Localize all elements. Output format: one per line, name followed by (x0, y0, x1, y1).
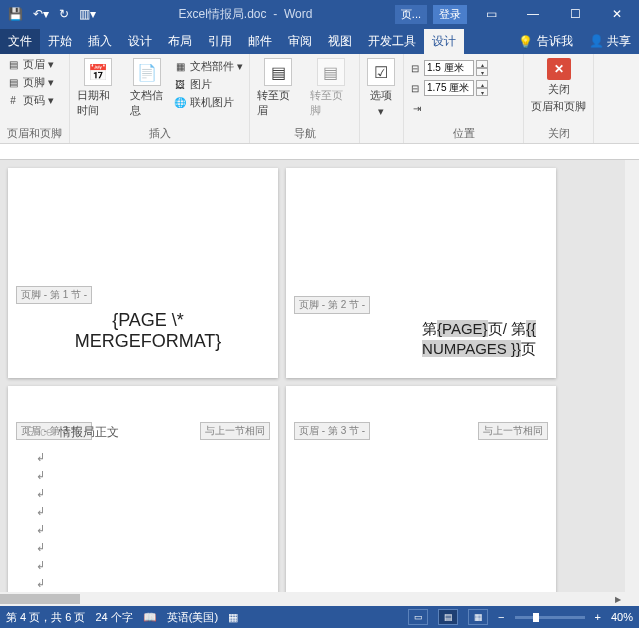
vertical-scrollbar[interactable] (625, 160, 639, 606)
same-as-previous-button[interactable]: 与上一节相同 (478, 422, 548, 440)
pagenum-icon: # (6, 94, 20, 108)
ribbon-display-icon[interactable]: ▭ (473, 0, 509, 28)
tab-design[interactable]: 设计 (120, 29, 160, 54)
group-label: 页眉和页脚 (4, 126, 65, 143)
qat-more-icon[interactable]: ▥▾ (79, 7, 96, 21)
insert-align-tab[interactable]: ⇥ (408, 100, 488, 116)
group-position: ⊟ ▴▾ ⊟ ▴▾ ⇥ 位置 (404, 54, 524, 143)
print-layout-icon[interactable]: ▤ (438, 609, 458, 625)
goto-header-button[interactable]: ▤转至页眉 (254, 56, 303, 120)
pagenum-button[interactable]: #页码 ▾ (4, 92, 56, 109)
document-area[interactable]: 页脚 - 第 1 节 - {PAGE \* MERGEFORMAT} 页脚 - … (0, 160, 639, 606)
slider-thumb[interactable] (533, 613, 539, 622)
picture-button[interactable]: 🖼图片 (171, 76, 245, 93)
footer-field-text[interactable]: {PAGE \* MERGEFORMAT} (38, 310, 258, 352)
group-label: 关闭 (528, 126, 589, 143)
zoom-in-icon[interactable]: + (595, 611, 601, 623)
page-indicator[interactable]: 第 4 页，共 6 页 (6, 610, 85, 625)
scrollbar-thumb[interactable] (0, 594, 80, 604)
tab-icon: ⇥ (410, 101, 424, 115)
horizontal-scrollbar[interactable]: ▶ (0, 592, 625, 606)
page-3[interactable]: 页眉 - 第 3 节 - 与上一节相同 Excel 情报局正文 (8, 386, 278, 606)
header-text[interactable]: Excel 情报局正文 (26, 424, 119, 441)
word-count[interactable]: 24 个字 (95, 610, 132, 625)
close-x-icon: ✕ (547, 58, 571, 80)
group-label: 位置 (408, 126, 519, 143)
minimize-icon[interactable]: — (515, 0, 551, 28)
window-title: Excel情报局.doc - Word (96, 6, 395, 23)
bulb-icon: 💡 (518, 35, 533, 49)
tab-references[interactable]: 引用 (200, 29, 240, 54)
quick-access-toolbar: 💾 ↶▾ ↻ ▥▾ (0, 7, 96, 21)
ribbon-tabs: 文件 开始 插入 设计 布局 引用 邮件 审阅 视图 开发工具 设计 💡告诉我 … (0, 28, 639, 54)
paragraph-marks (36, 448, 45, 592)
header-distance-input[interactable] (424, 60, 474, 76)
footer-from-bottom: ⊟ ▴▾ (408, 80, 488, 96)
maximize-icon[interactable]: ☐ (557, 0, 593, 28)
group-label: 插入 (74, 126, 245, 143)
close-header-footer-button[interactable]: ✕ 关闭 页眉和页脚 (528, 56, 589, 116)
goto-header-icon: ▤ (264, 58, 292, 86)
scroll-right-icon[interactable]: ▶ (611, 592, 625, 606)
footer-button[interactable]: ▤页脚 ▾ (4, 74, 56, 91)
context-tab-indicator[interactable]: 页... (395, 5, 427, 24)
web-layout-icon[interactable]: ▦ (468, 609, 488, 625)
tab-file[interactable]: 文件 (0, 29, 40, 54)
footer-distance-input[interactable] (424, 80, 474, 96)
tab-devtools[interactable]: 开发工具 (360, 29, 424, 54)
quickparts-button[interactable]: ▦文档部件 ▾ (171, 58, 245, 75)
tab-home[interactable]: 开始 (40, 29, 80, 54)
footer-field-text[interactable]: 第{PAGE}页/ 第{{ NUMPAGES }}页 (346, 319, 536, 358)
undo-icon[interactable]: ↶▾ (33, 7, 49, 21)
page-2[interactable]: 页脚 - 第 2 节 - 第{PAGE}页/ 第{{ NUMPAGES }}页 (286, 168, 556, 378)
spin-down[interactable]: ▾ (476, 68, 488, 76)
read-mode-icon[interactable]: ▭ (408, 609, 428, 625)
page-1[interactable]: 页脚 - 第 1 节 - {PAGE \* MERGEFORMAT} (8, 168, 278, 378)
spin-down[interactable]: ▾ (476, 88, 488, 96)
group-navigation: ▤转至页眉 ▤转至页脚 导航 (250, 54, 360, 143)
tab-layout[interactable]: 布局 (160, 29, 200, 54)
title-bar: 💾 ↶▾ ↻ ▥▾ Excel情报局.doc - Word 页... 登录 ▭ … (0, 0, 639, 28)
macro-icon[interactable]: ▦ (228, 611, 238, 624)
docinfo-button[interactable]: 📄文档信息 (127, 56, 167, 120)
spellcheck-icon[interactable]: 📖 (143, 611, 157, 624)
ruler-top-icon: ⊟ (408, 61, 422, 75)
zoom-level[interactable]: 40% (611, 611, 633, 623)
tab-header-footer-design[interactable]: 设计 (424, 29, 464, 54)
horizontal-ruler[interactable] (0, 144, 639, 160)
group-label (364, 141, 399, 143)
same-as-previous-button[interactable]: 与上一节相同 (200, 422, 270, 440)
close-icon[interactable]: ✕ (599, 0, 635, 28)
language-indicator[interactable]: 英语(美国) (167, 610, 218, 625)
goto-footer-icon: ▤ (317, 58, 345, 86)
header-tag: 页眉 - 第 3 节 - (294, 422, 370, 440)
footer-tag: 页脚 - 第 1 节 - (16, 286, 92, 304)
spin-up[interactable]: ▴ (476, 80, 488, 88)
picture-icon: 🖼 (173, 78, 187, 92)
group-insert: 📅日期和时间 📄文档信息 ▦文档部件 ▾ 🖼图片 🌐联机图片 插入 (70, 54, 250, 143)
footer-icon: ▤ (6, 76, 20, 90)
tab-review[interactable]: 审阅 (280, 29, 320, 54)
page-4[interactable]: 页眉 - 第 3 节 - 与上一节相同 (286, 386, 556, 606)
goto-footer-button[interactable]: ▤转至页脚 (307, 56, 356, 120)
header-icon: ▤ (6, 58, 20, 72)
datetime-button[interactable]: 📅日期和时间 (74, 56, 123, 120)
save-icon[interactable]: 💾 (8, 7, 23, 21)
tell-me[interactable]: 💡告诉我 (510, 29, 581, 54)
zoom-slider[interactable] (515, 616, 585, 619)
tab-mailings[interactable]: 邮件 (240, 29, 280, 54)
header-from-top: ⊟ ▴▾ (408, 60, 488, 76)
options-button[interactable]: ☑选项▾ (364, 56, 398, 120)
options-icon: ☑ (367, 58, 395, 86)
online-picture-button[interactable]: 🌐联机图片 (171, 94, 245, 111)
zoom-out-icon[interactable]: − (498, 611, 504, 623)
tab-insert[interactable]: 插入 (80, 29, 120, 54)
share-button[interactable]: 👤 共享 (581, 29, 639, 54)
header-button[interactable]: ▤页眉 ▾ (4, 56, 56, 73)
group-label: 导航 (254, 126, 355, 143)
footer-tag: 页脚 - 第 2 节 - (294, 296, 370, 314)
redo-icon[interactable]: ↻ (59, 7, 69, 21)
tab-view[interactable]: 视图 (320, 29, 360, 54)
login-button[interactable]: 登录 (433, 5, 467, 24)
spin-up[interactable]: ▴ (476, 60, 488, 68)
